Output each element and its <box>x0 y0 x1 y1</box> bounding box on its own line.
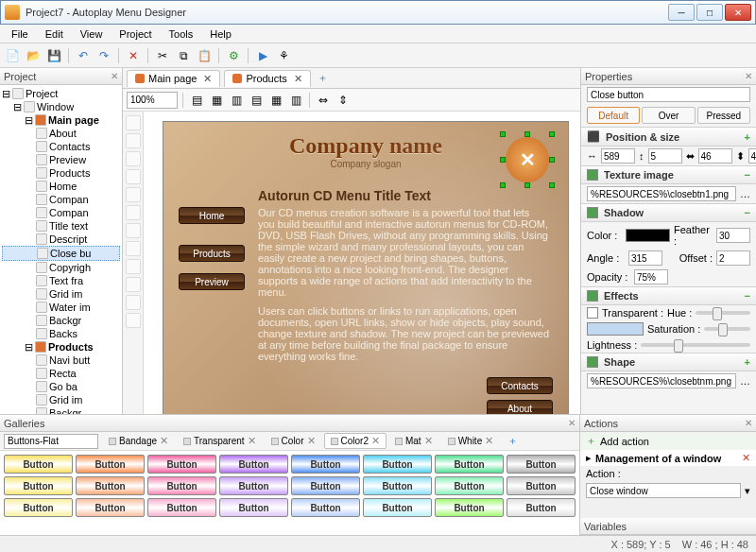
align-bottom-icon[interactable]: ▥ <box>287 92 304 109</box>
gallery-tab[interactable]: Mat ✕ <box>388 433 439 449</box>
shadow-section[interactable]: Shadow− <box>581 203 756 222</box>
action-select[interactable] <box>586 483 741 498</box>
add-action-button[interactable]: Add action <box>600 436 649 447</box>
palette-button[interactable]: Button <box>76 498 145 517</box>
w-input[interactable] <box>698 148 732 164</box>
minimize-button[interactable]: ─ <box>668 4 695 21</box>
tab-products[interactable]: Products✕ <box>224 70 310 87</box>
gallery-select[interactable] <box>4 434 98 449</box>
play-icon[interactable]: ▶ <box>254 47 271 64</box>
tree-item[interactable]: Compan <box>2 206 120 219</box>
align-top-icon[interactable]: ▤ <box>248 92 265 109</box>
texture-section[interactable]: Texture image− <box>581 165 756 184</box>
ellipse-tool-icon[interactable] <box>126 151 141 166</box>
tree-item[interactable]: Products <box>2 166 120 180</box>
undo-icon[interactable]: ↶ <box>75 47 92 64</box>
palette-button[interactable]: Button <box>219 455 288 474</box>
preview-button[interactable]: Preview <box>179 273 245 290</box>
page-design[interactable]: Company name Company slogan ✕ Autorun CD… <box>163 121 569 414</box>
y-input[interactable] <box>648 148 682 164</box>
menu-tools[interactable]: Tools <box>162 26 201 42</box>
panel-close-icon[interactable]: ✕ <box>568 418 576 428</box>
palette-button[interactable]: Button <box>363 455 432 474</box>
line-tool-icon[interactable] <box>126 187 141 202</box>
gallery-tab[interactable]: Color2 ✕ <box>324 433 387 449</box>
delete-icon[interactable]: ✕ <box>125 47 142 64</box>
palette-button[interactable]: Button <box>76 455 145 474</box>
project-tree[interactable]: ⊟Project ⊟Window ⊟Main page AboutContact… <box>0 85 122 414</box>
save-icon[interactable]: 💾 <box>45 47 62 64</box>
hue-slider[interactable] <box>696 311 750 315</box>
opacity-input[interactable] <box>634 269 668 285</box>
state-pressed-tab[interactable]: Pressed <box>697 107 750 124</box>
build-icon[interactable]: ⚙ <box>225 47 242 64</box>
palette-button[interactable]: Button <box>435 476 504 495</box>
palette-button[interactable]: Button <box>363 498 432 517</box>
text-tool-icon[interactable] <box>126 205 141 220</box>
tree-item[interactable]: Close bu <box>2 246 120 261</box>
tree-item[interactable]: Copyrigh <box>2 261 120 274</box>
tab-close-icon[interactable]: ✕ <box>203 73 212 85</box>
tree-item[interactable]: Home <box>2 180 120 193</box>
variables-panel-header[interactable]: Variables <box>580 518 756 535</box>
link-tool-icon[interactable] <box>126 259 141 274</box>
tree-item[interactable]: Backs <box>2 327 120 340</box>
color-swatch[interactable] <box>626 229 670 242</box>
palette-button[interactable]: Button <box>147 455 216 474</box>
products-button[interactable]: Products <box>179 245 245 262</box>
open-icon[interactable]: 📂 <box>25 47 42 64</box>
tree-item[interactable]: Grid im <box>2 287 120 301</box>
texture-path-input[interactable] <box>587 186 736 201</box>
palette-button[interactable]: Button <box>363 476 432 495</box>
align-center-icon[interactable]: ▦ <box>208 92 225 109</box>
tree-item[interactable]: Title text <box>2 219 120 233</box>
tab-close-icon[interactable]: ✕ <box>294 73 302 85</box>
panel-close-icon[interactable]: ✕ <box>745 418 752 428</box>
transparent-checkbox[interactable] <box>587 307 598 319</box>
list-tool-icon[interactable] <box>126 295 141 310</box>
misc-tool-icon[interactable] <box>126 313 141 328</box>
tree-item[interactable]: Navi butt <box>2 354 120 367</box>
tree-item[interactable]: Preview <box>2 153 120 166</box>
shape-section[interactable]: Shape+ <box>581 353 756 371</box>
palette-button[interactable]: Button <box>291 498 360 517</box>
element-name-input[interactable] <box>587 87 750 102</box>
dist-v-icon[interactable]: ⇕ <box>335 92 352 109</box>
tab-main-page[interactable]: Main page✕ <box>127 70 220 87</box>
shape-path-input[interactable] <box>587 373 736 388</box>
effects-section[interactable]: Effects− <box>581 286 756 305</box>
tree-item[interactable]: Grid im <box>2 393 120 406</box>
panel-close-icon[interactable]: ✕ <box>745 71 752 81</box>
zoom-select[interactable] <box>127 92 178 109</box>
tree-item[interactable]: About <box>2 127 120 140</box>
tree-item[interactable]: Backgr <box>2 406 120 414</box>
paste-icon[interactable]: 📋 <box>196 47 213 64</box>
settings-icon[interactable]: ⚘ <box>275 47 292 64</box>
redo-icon[interactable]: ↷ <box>95 47 112 64</box>
maximize-button[interactable]: □ <box>696 4 723 21</box>
tree-item[interactable]: Water im <box>2 301 120 314</box>
palette-button[interactable]: Button <box>219 476 288 495</box>
image-tool-icon[interactable] <box>126 223 141 238</box>
home-button[interactable]: Home <box>179 207 245 224</box>
palette-button[interactable]: Button <box>507 455 576 474</box>
palette-button[interactable]: Button <box>507 498 576 517</box>
feather-input[interactable] <box>716 228 750 243</box>
position-size-section[interactable]: ⬛ Position & size+ <box>581 127 756 147</box>
about-button[interactable]: About <box>487 400 553 414</box>
tree-item[interactable]: Text fra <box>2 274 120 287</box>
h-input[interactable] <box>748 148 757 164</box>
new-icon[interactable]: 📄 <box>4 47 21 64</box>
copy-icon[interactable]: ⧉ <box>175 47 192 64</box>
align-right-icon[interactable]: ▥ <box>228 92 245 109</box>
gallery-tab[interactable]: White ✕ <box>441 433 501 449</box>
x-input[interactable] <box>601 148 635 164</box>
angle-input[interactable] <box>628 250 662 266</box>
tree-item[interactable]: Contacts <box>2 140 120 153</box>
effect-color-swatch[interactable] <box>587 322 644 336</box>
panel-close-icon[interactable]: ✕ <box>111 71 118 81</box>
palette-button[interactable]: Button <box>291 455 360 474</box>
palette-button[interactable]: Button <box>4 476 73 495</box>
add-gallery-tab[interactable]: ＋ <box>504 434 521 449</box>
gallery-tab[interactable]: Transparent ✕ <box>177 433 263 449</box>
